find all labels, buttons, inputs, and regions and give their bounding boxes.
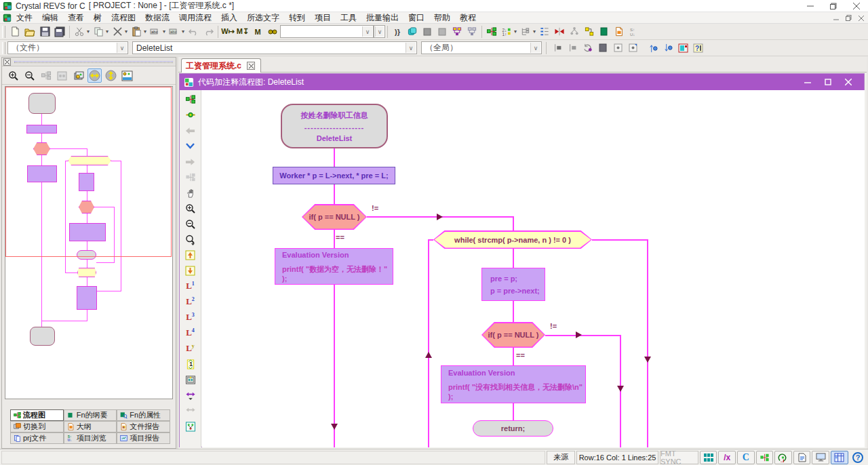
flowchart-mode-icon[interactable] [484,24,499,39]
expand-horizontal-icon[interactable] [182,388,199,403]
search-combobox-arrow-icon[interactable]: ∨ [362,26,372,37]
call-view2-icon[interactable] [465,24,479,39]
menu-selected-text[interactable]: 所选文字 [242,12,284,24]
overview-panel-mode-icon[interactable] [71,68,85,83]
overview-fit-width-icon[interactable] [87,68,102,83]
search-options-button[interactable]: ∨ [374,25,385,38]
menu-file[interactable]: 文件 [12,12,37,24]
new-file-icon[interactable] [7,24,22,39]
search-combobox[interactable]: ∨ [280,25,374,38]
overview-close-icon[interactable] [3,58,11,66]
status-regex-icon[interactable]: /x [718,451,736,464]
menu-tree[interactable]: 树 [89,12,106,24]
file-report-icon[interactable] [612,24,627,39]
function-combobox-arrow-icon[interactable]: ∨ [406,43,416,53]
docwin-close-icon[interactable] [838,74,859,90]
menu-window[interactable]: 窗口 [403,12,429,24]
overview-panel-header[interactable] [2,58,176,66]
pan-hand-icon[interactable] [182,185,199,201]
find-word-back-icon[interactable]: M↧ [235,24,250,39]
menu-insert[interactable]: 插入 [216,12,242,24]
sort-su-icon[interactable]: S↑U↓ [627,24,642,39]
status-goto-flow-icon[interactable] [774,451,792,464]
minimize-icon[interactable] [799,0,822,12]
tab-fn-properties[interactable]: Fn的属性 [117,409,170,421]
start-node[interactable]: 按姓名删除职工信息 ------------------- DeleteList [281,104,388,148]
undo-icon[interactable] [186,24,201,39]
overview-zoom-out-icon[interactable] [22,68,37,83]
zoom-out-icon[interactable] [182,216,199,232]
close-icon[interactable] [845,0,868,12]
nav-down-icon[interactable] [182,138,199,154]
goto-next-position-icon[interactable] [566,41,580,56]
sort-level-icon[interactable]: 2↓1↑ [499,24,514,39]
declaration-node[interactable]: Worker * p = L->next, * pre = L; [273,167,395,184]
goto-next-node-icon[interactable] [182,263,199,279]
overview-fit-height-icon[interactable] [104,68,118,83]
menu-tutorial[interactable]: 教程 [455,12,481,24]
eval1-node[interactable]: Evaluation Version printf( "数据为空，无法删除！" … [275,248,393,285]
mdi-restore-icon[interactable] [846,14,852,23]
center-current-node-icon[interactable] [182,107,199,123]
overview-drag-rail[interactable] [14,61,173,63]
collapse-level-one-icon[interactable]: 1 [182,357,199,372]
scroll-up-sync-icon[interactable] [646,41,660,56]
overview-fit-page-icon[interactable] [120,68,134,83]
call-view-icon[interactable] [450,24,465,39]
tab-flowchart[interactable]: 流程图 [10,409,64,421]
flow-in-window-icon[interactable] [182,419,199,434]
find-icon[interactable]: M [250,24,265,39]
connector-icon[interactable] [582,24,597,39]
save-all-icon[interactable] [52,24,67,39]
copy-icon[interactable] [91,24,106,39]
level-3-icon[interactable]: L3 [182,310,199,325]
copied-blocks-icon[interactable] [405,24,420,39]
tab-switch-to[interactable]: 切换到 [10,421,64,432]
find-in-files-icon[interactable] [265,24,280,39]
paste-icon[interactable] [129,24,144,39]
status-tokens-panel-icon[interactable] [831,451,848,464]
goto-prev-position-icon[interactable] [551,41,566,56]
format-abc-icon[interactable]: abc [148,24,163,39]
return-node[interactable]: return; [473,420,553,437]
open-file-icon[interactable] [22,24,37,39]
mdi-close-icon[interactable] [859,14,864,23]
global-scope-combobox[interactable]: （全局） ∨ [421,41,542,54]
status-c-mode-icon[interactable]: C [737,451,755,464]
zoom-in-icon[interactable] [182,201,199,216]
maximize-icon[interactable] [822,0,845,12]
code-window-icon[interactable] [675,41,690,56]
format-abc2-icon[interactable]: abc [167,24,182,39]
file-scope-combobox[interactable]: （文件） ∨ [7,41,128,54]
function-combobox[interactable]: DeleteList ∨ [132,41,417,54]
zoom-level-icon[interactable] [182,232,199,247]
tab-fn-outline[interactable]: Fn的纲要 [64,409,117,421]
tree-layout-icon[interactable] [518,24,533,39]
status-document-icon[interactable] [793,451,811,464]
delete-icon[interactable] [110,24,125,39]
menu-goto[interactable]: 转到 [284,12,310,24]
toggle-node2-icon[interactable] [625,41,640,56]
overview-zoom-in-icon[interactable] [6,68,20,83]
menu-project[interactable]: 项目 [310,12,336,24]
goto-prev-node-icon[interactable] [182,247,199,263]
brace-match-icon[interactable]: )} [390,24,405,39]
while-node[interactable]: while( strcmp( p->name, n ) != 0 ) [433,230,592,249]
block-mark-icon[interactable] [420,24,435,39]
bookmark-panel-icon[interactable] [595,41,610,56]
menu-dataflow[interactable]: 数据流 [140,12,174,24]
find-word-forward-icon[interactable]: W↦ [220,24,235,39]
tab-outline[interactable]: 大纲 [64,421,117,432]
tab-project-browse[interactable]: S↑U↓项目浏览 [64,432,117,444]
menu-flowchart[interactable]: 流程图 [106,12,140,24]
level-2-icon[interactable]: L2 [182,294,199,310]
list-flow-icon[interactable] [537,24,552,39]
flowchart-window-titlebar[interactable]: 代码加注释流程图: DeleteList [180,74,864,90]
status-help-icon[interactable]: ? [850,451,867,464]
flowchart-thumbnail[interactable] [5,86,173,399]
tab-project-report[interactable]: 项目报告 [117,432,170,444]
save-icon[interactable] [37,24,52,39]
level-1-icon[interactable]: L1 [182,279,199,294]
menu-batch-output[interactable]: 批量输出 [361,12,403,24]
toggle-node-icon[interactable] [610,41,625,56]
